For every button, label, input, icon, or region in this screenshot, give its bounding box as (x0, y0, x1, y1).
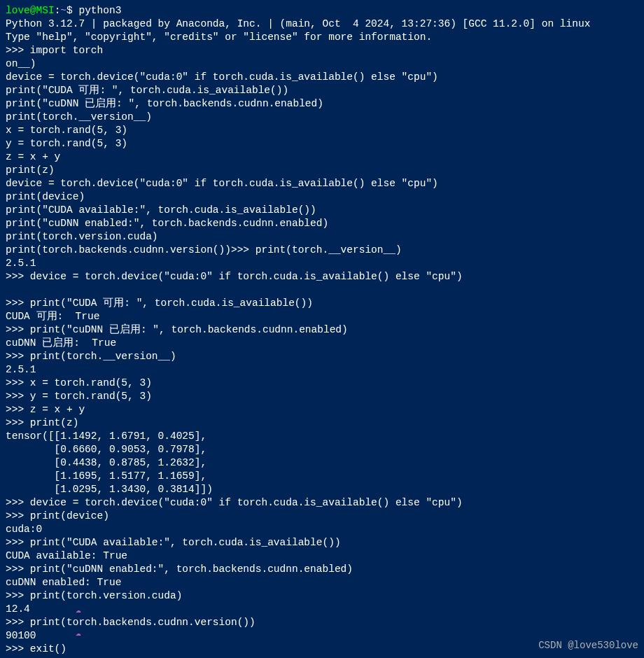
terminal-line: >>> x = torch.rand(5, 3) (6, 377, 638, 390)
terminal-line: >>> print(torch.backends.cudnn.version()… (6, 616, 638, 629)
terminal-line: >>> print(torch.__version__) (6, 350, 638, 363)
terminal-line: device = torch.device("cuda:0" if torch.… (6, 71, 638, 84)
terminal-line: Type "help", "copyright", "credits" or "… (6, 31, 638, 44)
terminal-line: print("CUDA available:", torch.cuda.is_a… (6, 204, 638, 217)
terminal-line: CUDA available: True (6, 550, 638, 563)
terminal-line: print(torch.backends.cudnn.version())>>>… (6, 244, 638, 257)
terminal-line: print(device) (6, 190, 638, 204)
terminal-line: >>> print("cuDNN 已启用: ", torch.backends.… (6, 323, 638, 337)
terminal-line: cuDNN enabled: True (6, 576, 638, 589)
terminal-line: 2.5.1 (6, 257, 638, 270)
prompt-path: ~ (60, 5, 66, 16)
terminal-line: [1.0295, 1.3430, 0.3814]]) (6, 483, 638, 496)
terminal-line: 2.5.1 (6, 363, 638, 377)
prompt-line: love@MSI:~$ python3 (6, 4, 638, 18)
terminal-line: >>> print(z) (6, 416, 638, 430)
terminal-line: >>> print("cuDNN enabled:", torch.backen… (6, 563, 638, 576)
terminal-line: [0.4438, 0.8785, 1.2632], (6, 456, 638, 470)
terminal-line: >>> z = x + y (6, 403, 638, 416)
terminal-line: >>> y = torch.rand(5, 3) (6, 390, 638, 403)
prompt-dollar: $ (66, 5, 73, 16)
prompt-command: python3 (78, 5, 121, 16)
terminal-line: >>> device = torch.device("cuda:0" if to… (6, 270, 638, 284)
terminal-line: >>> device = torch.device("cuda:0" if to… (6, 496, 638, 510)
cloud-icon: ☁ (76, 626, 81, 640)
terminal-line: Python 3.12.7 | packaged by Anaconda, In… (6, 18, 638, 31)
terminal-output[interactable]: love@MSI:~$ python3 Python 3.12.7 | pack… (6, 4, 638, 656)
terminal-line: print(z) (6, 164, 638, 177)
terminal-line: [1.1695, 1.5177, 1.1659], (6, 470, 638, 483)
terminal-line: cuDNN 已启用: True (6, 337, 638, 350)
terminal-line: >>> print("CUDA available:", torch.cuda.… (6, 536, 638, 550)
terminal-line: >>> import torch (6, 44, 638, 57)
prompt-host: MSI (36, 5, 55, 16)
prompt-user: love (6, 5, 30, 16)
watermark: CSDN @love530love (538, 639, 638, 652)
terminal-line: x = torch.rand(5, 3) (6, 124, 638, 137)
terminal-line: device = torch.device("cuda:0" if torch.… (6, 177, 638, 190)
terminal-line: [0.6660, 0.9053, 0.7978], (6, 443, 638, 456)
output-lines: Python 3.12.7 | packaged by Anaconda, In… (6, 18, 638, 656)
terminal-line: on__) (6, 57, 638, 71)
terminal-line: >>> print(device) (6, 510, 638, 523)
terminal-line (6, 284, 638, 297)
terminal-line: >>> print(torch.version.cuda) (6, 589, 638, 603)
terminal-line: tensor([[1.1492, 1.6791, 0.4025], (6, 430, 638, 443)
terminal-line: print(torch.version.cuda) (6, 230, 638, 244)
terminal-line: y = torch.rand(5, 3) (6, 137, 638, 150)
terminal-line: z = x + y (6, 150, 638, 164)
terminal-line: cuda:0 (6, 523, 638, 536)
terminal-line: >>> print("CUDA 可用: ", torch.cuda.is_ava… (6, 297, 638, 310)
terminal-line: print("cuDNN enabled:", torch.backends.c… (6, 217, 638, 230)
cloud-icon: ☁ (76, 603, 81, 617)
terminal-line: CUDA 可用: True (6, 310, 638, 323)
prompt-at: @ (30, 5, 36, 16)
terminal-line: 12.4 (6, 603, 638, 616)
terminal-line: print("CUDA 可用: ", torch.cuda.is_availab… (6, 84, 638, 97)
terminal-line: print("cuDNN 已启用: ", torch.backends.cudn… (6, 97, 638, 111)
terminal-line: print(torch.__version__) (6, 111, 638, 124)
